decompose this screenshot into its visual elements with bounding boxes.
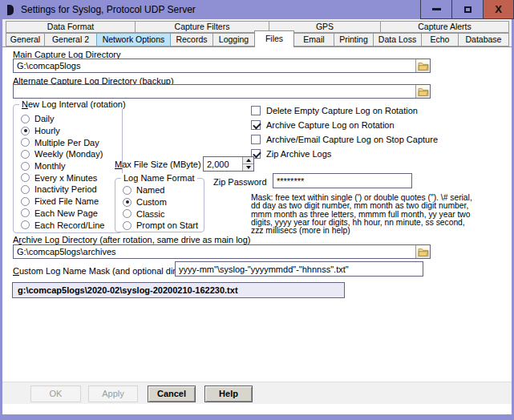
apply-button[interactable]: Apply xyxy=(88,386,138,402)
alt-dir-browse-button[interactable] xyxy=(415,85,430,98)
close-button[interactable]: X xyxy=(483,0,514,19)
files-tab-page: Main Capture Log Directory Alternate Cap… xyxy=(2,46,512,382)
main-dir-input[interactable] xyxy=(14,59,415,72)
tab-general-2[interactable]: General 2 xyxy=(44,33,97,46)
dialog-window: Settings for Syslog, Protocol UDP Server… xyxy=(0,0,514,420)
title-bar[interactable]: Settings for Syslog, Protocol UDP Server… xyxy=(0,0,514,19)
radio-every-x-minutes[interactable]: Every x Minutes xyxy=(14,172,122,184)
checkbox-zip-archive-logs[interactable]: Zip Archive Logs xyxy=(251,148,331,160)
max-file-size-label: Max File Size (MByte) xyxy=(115,160,201,169)
main-dir-browse-button[interactable] xyxy=(415,59,430,72)
radio-icon-selected xyxy=(123,198,132,207)
radio-icon xyxy=(21,185,30,194)
tab-records[interactable]: Records xyxy=(170,33,213,46)
tab-database[interactable]: Database xyxy=(458,33,509,46)
checkbox-archive-email-on-stop[interactable]: Archive/Email Capture Log on Stop Captur… xyxy=(251,134,438,145)
tab-strip: Data Format Capture Filters GPS Capture … xyxy=(2,19,512,46)
tab-logging[interactable]: Logging xyxy=(212,33,255,46)
dialog-body: Data Format Capture Filters GPS Capture … xyxy=(2,19,512,414)
radio-each-new-page[interactable]: Each New Page xyxy=(14,208,122,220)
radio-weekly[interactable]: Weekly (Monday) xyxy=(14,148,122,160)
radio-icon xyxy=(21,162,30,171)
spin-up-button[interactable] xyxy=(243,157,253,164)
archive-dir-browse-button[interactable] xyxy=(415,245,430,258)
format-legend: Log Name Format xyxy=(121,173,197,183)
cancel-button[interactable]: Cancel xyxy=(148,386,196,402)
radio-icon xyxy=(123,186,132,195)
custom-mask-input[interactable] xyxy=(176,262,423,276)
radio-each-record-line[interactable]: Each Record/Line xyxy=(14,219,122,231)
tab-capture-filters[interactable]: Capture Filters xyxy=(135,21,269,33)
maximize-icon xyxy=(464,6,472,13)
archive-dir-input[interactable] xyxy=(14,245,415,258)
interval-legend: New Log Interval (rotation) xyxy=(19,99,128,109)
zip-password-input[interactable] xyxy=(273,174,411,188)
help-button[interactable]: Help xyxy=(204,386,253,402)
tab-data-loss[interactable]: Data Loss xyxy=(373,33,422,46)
archive-dir-label: Archive Log Directory (after rotation, s… xyxy=(13,235,251,244)
radio-icon xyxy=(21,220,30,229)
radio-icon xyxy=(21,115,30,123)
app-icon xyxy=(7,5,14,15)
folder-icon xyxy=(418,62,429,71)
tab-files[interactable]: Files xyxy=(254,30,294,47)
tab-network-options[interactable]: Network Options xyxy=(96,33,171,46)
spin-down-button[interactable] xyxy=(243,164,253,171)
radio-icon-selected xyxy=(21,127,30,135)
tab-capture-alerts[interactable]: Capture Alerts xyxy=(380,21,509,33)
alt-dir-input[interactable] xyxy=(14,85,415,98)
radio-icon xyxy=(21,138,30,147)
radio-icon xyxy=(21,208,30,217)
max-file-size-input[interactable] xyxy=(204,157,242,171)
format-groupbox: Log Name Format Named Custom Classic Pro… xyxy=(115,178,204,232)
radio-prompt-on-start[interactable]: Prompt on Start xyxy=(115,220,204,232)
radio-monthly[interactable]: Monthly xyxy=(14,160,122,172)
radio-daily[interactable]: Daily xyxy=(14,113,122,125)
checkbox-icon xyxy=(251,106,261,115)
radio-icon xyxy=(123,221,132,230)
radio-hourly[interactable]: Hourly xyxy=(14,125,122,137)
checkbox-icon xyxy=(251,135,261,144)
tab-email[interactable]: Email xyxy=(293,33,334,46)
ok-button[interactable]: OK xyxy=(30,386,81,402)
down-arrow-icon xyxy=(246,166,251,169)
checkbox-delete-empty[interactable]: Delete Empty Capture Log on Rotation xyxy=(251,105,418,116)
radio-custom[interactable]: Custom xyxy=(115,196,204,208)
up-arrow-icon xyxy=(246,159,251,162)
radio-fixed-file-name[interactable]: Fixed File Name xyxy=(14,196,122,208)
button-bar: OK Apply Cancel Help xyxy=(2,382,512,404)
radio-named[interactable]: Named xyxy=(115,184,204,196)
radio-icon xyxy=(21,197,30,206)
checkbox-archive-on-rotation[interactable]: Archive Capture Log on Rotation xyxy=(251,119,395,131)
tab-echo[interactable]: Echo xyxy=(421,33,459,46)
zip-password-label: Zip Password xyxy=(213,177,267,187)
folder-icon xyxy=(418,87,429,96)
close-icon: X xyxy=(495,3,502,15)
checkbox-checked-icon xyxy=(251,120,261,130)
tab-general[interactable]: General xyxy=(6,33,45,46)
radio-icon xyxy=(21,150,30,159)
radio-icon xyxy=(123,209,132,218)
log-file-preview: g:\comcap5logs\2020-02\syslog-20200210-1… xyxy=(12,282,345,298)
folder-icon xyxy=(418,248,429,256)
radio-classic[interactable]: Classic xyxy=(115,208,204,220)
radio-icon xyxy=(21,173,30,182)
window-title: Settings for Syslog, Protocol UDP Server xyxy=(21,4,420,15)
mask-help-text: Mask: free text within single (') or dou… xyxy=(251,194,485,235)
tab-data-format[interactable]: Data Format xyxy=(6,21,136,33)
radio-multiple-per-day[interactable]: Multiple Per Day xyxy=(14,136,122,148)
minimize-button[interactable] xyxy=(420,0,451,19)
interval-groupbox: New Log Interval (rotation) Daily Hourly… xyxy=(13,104,123,233)
tab-printing[interactable]: Printing xyxy=(334,33,374,46)
maximize-button[interactable] xyxy=(451,0,483,19)
minimize-icon xyxy=(432,8,441,10)
radio-inactivity-period[interactable]: Inactivity Period xyxy=(14,184,122,196)
